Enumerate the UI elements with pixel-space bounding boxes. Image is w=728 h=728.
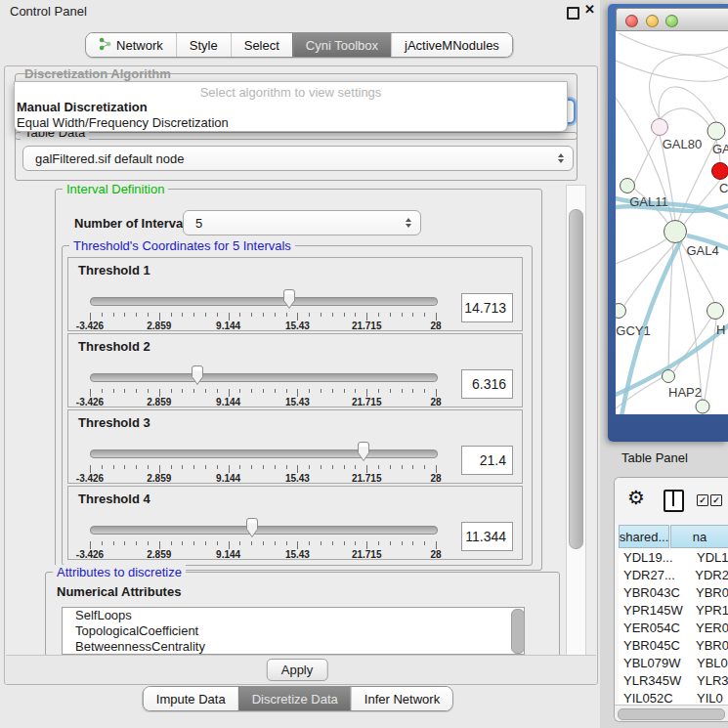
slider-thumb[interactable]	[356, 441, 371, 462]
cyni-toolbox-panel: Discretization Algorithm Select algorith…	[4, 65, 598, 685]
tab-network[interactable]: Network	[86, 33, 176, 57]
network-node[interactable]	[696, 400, 709, 413]
tab-cyni-toolbox[interactable]: Cyni Toolbox	[292, 33, 391, 57]
zoom-traffic-light-icon[interactable]	[665, 15, 678, 27]
network-window: GAL80GACGAL11GAL4GCY1HHAP2	[608, 4, 728, 442]
table-hscrollbar-thumb[interactable]	[618, 708, 725, 720]
threshold-value-field[interactable]: 14.713	[461, 293, 513, 322]
slider-thumb[interactable]	[244, 517, 260, 538]
bottom-tab-bar: Impute DataDiscretize DataInfer Network	[143, 686, 453, 711]
discretization-algorithm-group-title: Discretization Algorithm	[21, 66, 175, 81]
network-edge[interactable]	[634, 135, 658, 183]
gear-icon[interactable]: ⚙	[627, 486, 645, 509]
number-of-intervals-combo[interactable]: 5	[183, 210, 421, 236]
checkbox-icon[interactable]: ✓	[710, 494, 722, 506]
tab-discretize-data[interactable]: Discretize Data	[238, 687, 351, 710]
cell-shared-name: YBL079W	[619, 656, 693, 670]
table-row[interactable]: YBR043CYBR0	[619, 583, 728, 601]
network-node[interactable]	[712, 163, 728, 180]
tab-style[interactable]: Style	[176, 33, 231, 57]
top-tab-bar: NetworkStyleSelectCyni ToolboxjActiveMNo…	[85, 32, 513, 58]
slider-track[interactable]	[90, 297, 438, 306]
network-window-titlebar[interactable]	[616, 8, 728, 31]
settings-scrollbar-thumb[interactable]	[569, 209, 583, 549]
cell-shared-name: YDR27...	[619, 568, 691, 582]
apply-button[interactable]: Apply	[267, 659, 328, 681]
numerical-attributes-list[interactable]: SelfLoopsTopologicalCoefficientBetweenne…	[62, 607, 525, 655]
settings-scrollbar-track[interactable]	[566, 185, 586, 657]
slider-track[interactable]	[90, 450, 438, 458]
network-node[interactable]	[707, 303, 724, 320]
close-icon[interactable]: ✕	[584, 2, 595, 17]
checkbox-icon[interactable]: ✓	[697, 494, 708, 506]
slider-track[interactable]	[90, 373, 438, 382]
threshold-value-field[interactable]: 6.316	[461, 369, 513, 399]
window-title: Control Panel	[10, 4, 87, 19]
cell-shared-name: YPR145W	[619, 603, 692, 618]
table-row[interactable]: YER054CYER0	[619, 619, 728, 636]
network-node[interactable]	[621, 179, 635, 193]
table-data-combo[interactable]: galFiltered.sif default node	[22, 146, 574, 171]
network-edge[interactable]	[659, 87, 716, 122]
table-row[interactable]: YBR045CYBR0	[619, 636, 728, 654]
node-label: GCY1	[616, 323, 650, 338]
cell-name: YBR0	[692, 638, 728, 653]
close-traffic-light-icon[interactable]	[625, 15, 638, 27]
attributes-list-scrollbar[interactable]	[511, 609, 525, 654]
network-node[interactable]	[664, 221, 687, 243]
list-item[interactable]: BetweennessCentrality	[63, 639, 524, 655]
slider-track[interactable]	[90, 526, 438, 535]
algorithm-option-equal-width[interactable]: Equal Width/Frequency Discretization	[15, 115, 567, 131]
tab-label: Select	[244, 38, 279, 53]
tab-jactivemnodules[interactable]: jActiveMNodules	[391, 33, 512, 57]
column-header-name[interactable]: na	[670, 525, 728, 548]
table-row[interactable]: YDR27...YDR2	[619, 566, 728, 583]
tab-infer-network[interactable]: Infer Network	[351, 687, 452, 710]
cell-name: YIL0	[693, 691, 723, 706]
table-hscrollbar-track[interactable]	[615, 705, 728, 722]
node-label: H	[716, 322, 725, 337]
interval-definition-group-title: Interval Definition	[63, 182, 168, 196]
cell-name: YDR2	[691, 568, 728, 582]
tab-impute-data[interactable]: Impute Data	[144, 687, 238, 710]
slider-thumb[interactable]	[190, 364, 205, 386]
float-window-icon[interactable]	[567, 7, 579, 20]
tab-label: Network	[116, 38, 163, 53]
algorithm-popup-prompt: Select algorithm to view settings	[15, 85, 567, 100]
table-row[interactable]: YIL052CYIL0	[619, 689, 728, 705]
threshold-value-field[interactable]: 21.4	[461, 446, 513, 475]
list-item[interactable]: SelfLoops	[63, 608, 524, 623]
network-node[interactable]	[652, 119, 668, 136]
network-node[interactable]	[616, 304, 626, 319]
network-edge[interactable]	[616, 61, 728, 81]
table-row[interactable]: YLR345WYLR3	[619, 671, 728, 689]
threshold-label: Threshold 3	[78, 415, 150, 430]
table-row[interactable]: YPR145WYPR1	[619, 601, 728, 619]
algorithm-option-manual[interactable]: Manual Discretization	[15, 100, 567, 115]
tab-select[interactable]: Select	[231, 33, 292, 57]
network-edge[interactable]	[705, 320, 716, 400]
cell-name: YBR0	[692, 585, 728, 600]
list-item[interactable]: TopologicalCoefficient	[63, 623, 524, 639]
table-row[interactable]: YDL19...YDL1	[619, 548, 728, 566]
table-row[interactable]: YBL079WYBL0	[619, 654, 728, 671]
algorithm-dropdown-popup: Select algorithm to view settings Manual…	[14, 81, 568, 132]
network-node[interactable]	[663, 370, 675, 383]
column-header-shared-name[interactable]: shared...	[619, 525, 669, 548]
network-edge[interactable]	[678, 242, 702, 400]
thresholds-group-title: Threshold's Coordinates for 5 Intervals	[69, 238, 295, 253]
network-edge[interactable]	[684, 180, 720, 225]
minimize-traffic-light-icon[interactable]	[646, 15, 659, 27]
network-edge[interactable]	[623, 243, 675, 307]
slider-thumb[interactable]	[281, 288, 297, 310]
stepper-icon	[558, 153, 564, 163]
table-panel: ⚙ ✓ ✓ shared... na YDL19...YDL1YDR27...Y…	[614, 477, 728, 722]
slider-tick-labels: -3.4262.8599.14415.4321.71528	[90, 549, 436, 561]
threshold-value-field[interactable]: 11.344	[461, 522, 513, 551]
slider-tick-labels: -3.4262.8599.14415.4321.71528	[90, 397, 436, 408]
cell-name: YPR1	[692, 603, 728, 618]
network-edge[interactable]	[619, 33, 728, 55]
network-node[interactable]	[707, 122, 725, 140]
network-canvas[interactable]: GAL80GACGAL11GAL4GCY1HHAP2	[616, 31, 728, 414]
split-columns-icon[interactable]	[664, 490, 684, 512]
